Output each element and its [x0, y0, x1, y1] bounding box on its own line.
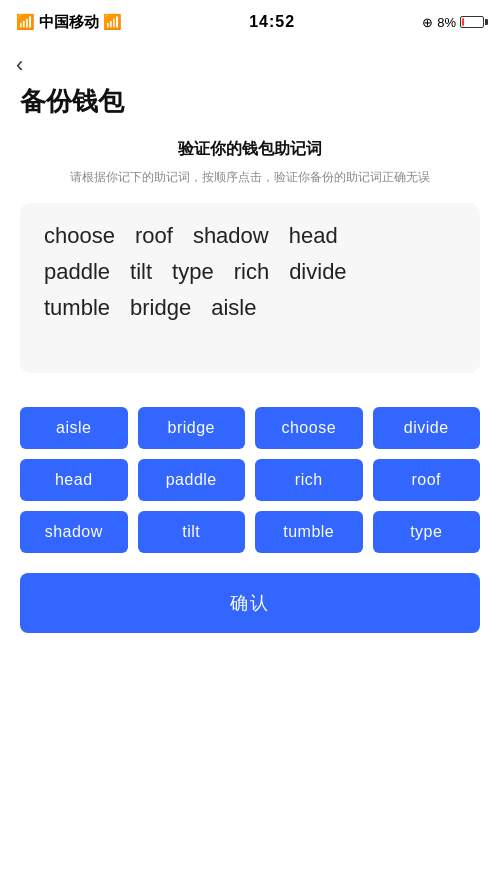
battery-percent: 8%: [437, 15, 456, 30]
display-word-7: type: [172, 259, 214, 285]
carrier-signal: 📶 中国移动 📶: [16, 13, 122, 32]
word-btn-tilt[interactable]: tilt: [138, 511, 246, 553]
display-word-12: aisle: [211, 295, 256, 321]
word-btn-shadow[interactable]: shadow: [20, 511, 128, 553]
word-display-box: choose roof shadow head paddle tilt type…: [20, 203, 480, 373]
word-buttons-grid: aisle bridge choose divide head paddle r…: [0, 407, 500, 553]
display-word-11: bridge: [130, 295, 191, 321]
word-btn-paddle[interactable]: paddle: [138, 459, 246, 501]
word-btn-divide[interactable]: divide: [373, 407, 481, 449]
word-btn-tumble[interactable]: tumble: [255, 511, 363, 553]
display-word-10: tumble: [44, 295, 110, 321]
word-btn-rich[interactable]: rich: [255, 459, 363, 501]
display-word-3: shadow: [193, 223, 269, 249]
display-word-8: rich: [234, 259, 269, 285]
back-arrow-icon: ‹: [16, 52, 23, 77]
display-word-4: head: [289, 223, 338, 249]
display-word-9: divide: [289, 259, 346, 285]
confirm-button[interactable]: 确认: [20, 573, 480, 633]
word-display-row-2: paddle tilt type rich divide: [44, 259, 456, 285]
word-btn-bridge[interactable]: bridge: [138, 407, 246, 449]
page-title: 备份钱包: [0, 76, 500, 139]
word-btn-aisle[interactable]: aisle: [20, 407, 128, 449]
display-word-1: choose: [44, 223, 115, 249]
battery-fill: [462, 18, 464, 26]
word-btn-head[interactable]: head: [20, 459, 128, 501]
word-display-row-1: choose roof shadow head: [44, 223, 456, 249]
word-btn-choose[interactable]: choose: [255, 407, 363, 449]
display-word-5: paddle: [44, 259, 110, 285]
carrier-name: 中国移动: [39, 13, 99, 32]
time-display: 14:52: [249, 13, 295, 31]
battery-area: ⊕ 8%: [422, 15, 484, 30]
battery-icon: [460, 16, 484, 28]
display-word-6: tilt: [130, 259, 152, 285]
word-btn-roof[interactable]: roof: [373, 459, 481, 501]
word-btn-type[interactable]: type: [373, 511, 481, 553]
status-bar: 📶 中国移动 📶 14:52 ⊕ 8%: [0, 0, 500, 44]
signal-bars: 📶: [16, 13, 35, 31]
word-display-row-3: tumble bridge aisle: [44, 295, 456, 321]
section-description: 请根据你记下的助记词，按顺序点击，验证你备份的助记词正确无误: [0, 168, 500, 187]
back-button[interactable]: ‹: [0, 44, 500, 76]
register-icon: ⊕: [422, 15, 433, 30]
section-heading: 验证你的钱包助记词: [0, 139, 500, 160]
wifi-icon: 📶: [103, 13, 122, 31]
display-word-2: roof: [135, 223, 173, 249]
confirm-button-wrapper: 确认: [0, 573, 500, 663]
